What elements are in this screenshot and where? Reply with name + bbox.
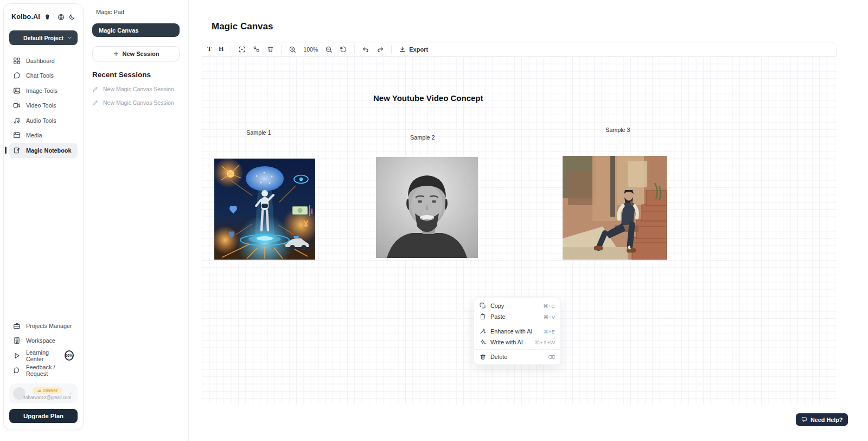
shortcut-label: ⌘+E <box>544 329 555 335</box>
toolbar-separator <box>281 45 282 54</box>
sidebar-item-label: Projects Manager <box>26 323 72 329</box>
export-button[interactable]: Export <box>399 46 428 53</box>
new-session-button[interactable]: New Session <box>92 46 180 61</box>
sidebar-item-learning-center[interactable]: Learning Center 66% <box>9 348 78 363</box>
shortcut-label: ⌘+C <box>543 303 555 309</box>
heading-tool-button[interactable]: H <box>219 45 224 53</box>
redo-icon <box>376 46 384 53</box>
sidebar-item-feedback[interactable]: Feedback / Request <box>9 363 78 379</box>
building-icon <box>13 337 21 344</box>
sidebar-item-video-tools[interactable]: Video Tools <box>9 98 78 114</box>
man-on-ruins-illustration <box>563 156 667 260</box>
upgrade-plan-button[interactable]: Upgrade Plan <box>9 409 78 423</box>
briefcase-icon <box>13 322 21 330</box>
sample-image-2[interactable] <box>376 157 478 258</box>
chat-icon <box>13 72 21 79</box>
sidebar-item-magic-notebook[interactable]: Magic Notebook <box>9 143 78 158</box>
toolbar-separator <box>391 45 392 54</box>
undo-icon <box>362 46 369 53</box>
recent-session-item[interactable]: New Magic Canvas Session <box>92 86 180 92</box>
sidebar-item-image-tools[interactable]: Image Tools <box>9 83 78 98</box>
need-help-label: Need Help? <box>810 417 843 423</box>
video-icon <box>13 102 21 109</box>
sidebar-nav: Dashboard Chat Tools Image Tools Video T… <box>9 53 78 158</box>
sample-image-3[interactable] <box>563 156 667 260</box>
context-menu-divider <box>474 349 560 350</box>
image-icon <box>13 87 21 94</box>
sample-1-label[interactable]: Sample 1 <box>246 129 271 136</box>
user-account-card[interactable]: Owner zoharvan12@gmail.com <box>9 383 78 404</box>
svg-text:¥: ¥ <box>303 219 309 229</box>
sidebar-item-dashboard[interactable]: Dashboard <box>9 53 78 68</box>
learning-progress-badge: 66% <box>65 350 74 361</box>
export-label: Export <box>409 46 428 53</box>
dashboard-icon <box>13 57 21 65</box>
plus-icon <box>113 51 119 57</box>
pencil-icon <box>92 86 99 92</box>
session-item-label: New Magic Canvas Session <box>103 86 174 92</box>
sidebar-item-workspace[interactable]: Workspace <box>9 333 78 349</box>
zoom-level: 100% <box>303 46 318 53</box>
context-menu-delete[interactable]: Delete ⌫ <box>474 351 560 362</box>
sidebar-item-label: Workspace <box>26 337 55 344</box>
language-globe-button[interactable] <box>58 14 65 21</box>
trash-icon <box>480 354 486 360</box>
paste-icon <box>480 313 486 320</box>
context-menu-copy[interactable]: Copy ⌘+C <box>474 300 560 311</box>
workflow-icon <box>253 46 260 53</box>
reset-view-button[interactable] <box>340 46 347 53</box>
sidebar-item-projects-manager[interactable]: Projects Manager <box>9 318 78 333</box>
sidebar-item-label: Video Tools <box>26 102 56 109</box>
context-menu-divider <box>474 324 560 324</box>
sidebar: Kolbo.AI Default Project Dashboard Chat … <box>3 3 84 430</box>
undo-button[interactable] <box>362 46 369 53</box>
context-menu: Copy ⌘+C Paste ⌘+V Enhance with AI ⌘+E W… <box>474 298 561 365</box>
project-selector[interactable]: Default Project <box>9 30 78 45</box>
toolbar-separator <box>354 45 355 54</box>
play-icon <box>13 352 21 360</box>
zoom-in-button[interactable] <box>289 46 296 53</box>
chevron-down-icon <box>67 35 73 41</box>
sample-2-label[interactable]: Sample 2 <box>410 134 435 141</box>
sidebar-item-label: Learning Center <box>26 349 58 362</box>
sidebar-item-audio-tools[interactable]: Audio Tools <box>9 113 78 128</box>
ai-select-tool-button[interactable] <box>238 46 246 53</box>
redo-button[interactable] <box>376 46 384 53</box>
context-menu-write-with-ai[interactable]: Write with AI ⌘+⇧+W <box>474 337 560 348</box>
sessions-panel: Magic Pad Magic Canvas New Session Recen… <box>84 0 189 441</box>
magic-pad-item[interactable]: Magic Pad <box>92 8 180 16</box>
sample-image-1[interactable]: ¥ <box>214 159 315 260</box>
owner-badge: Owner <box>33 387 62 394</box>
recent-session-item[interactable]: New Magic Canvas Session <box>92 99 180 106</box>
delete-tool-button[interactable] <box>267 46 274 53</box>
brand-logo: Kolbo.AI <box>11 13 40 21</box>
canvas-title-text[interactable]: New Youtube Video Concept <box>373 93 483 103</box>
copy-icon <box>480 303 486 309</box>
ai-robot-illustration: ¥ <box>214 159 315 260</box>
sidebar-footer: Projects Manager Workspace Learning Cent… <box>9 318 78 423</box>
crown-icon <box>37 388 42 393</box>
wand-icon <box>480 328 486 335</box>
sample-3-label[interactable]: Sample 3 <box>605 127 630 133</box>
context-menu-enhance-with-ai[interactable]: Enhance with AI ⌘+E <box>474 326 560 337</box>
trash-icon <box>267 46 274 53</box>
help-chat-icon <box>801 417 807 423</box>
notebook-icon <box>13 147 21 154</box>
zoom-out-button[interactable] <box>325 46 333 53</box>
project-selector-label: Default Project <box>23 35 63 41</box>
sidebar-item-chat-tools[interactable]: Chat Tools <box>9 68 78 84</box>
flow-connector-tool-button[interactable] <box>253 46 260 53</box>
zoom-out-icon <box>325 46 333 53</box>
text-tool-button[interactable]: T <box>207 45 212 53</box>
shortcut-label: ⌘+⇧+W <box>534 339 555 345</box>
sidebar-item-label: Magic Notebook <box>26 147 71 154</box>
need-help-button[interactable]: Need Help? <box>796 413 848 426</box>
sidebar-item-label: Image Tools <box>26 87 58 94</box>
dark-mode-button[interactable] <box>68 14 75 21</box>
shortcut-label: ⌘+V <box>544 314 555 320</box>
magic-canvas-item-active[interactable]: Magic Canvas <box>92 23 180 37</box>
context-menu-paste[interactable]: Paste ⌘+V <box>474 311 560 322</box>
moon-icon <box>68 14 75 21</box>
audio-icon <box>13 117 21 124</box>
sidebar-item-media[interactable]: Media <box>9 128 78 143</box>
